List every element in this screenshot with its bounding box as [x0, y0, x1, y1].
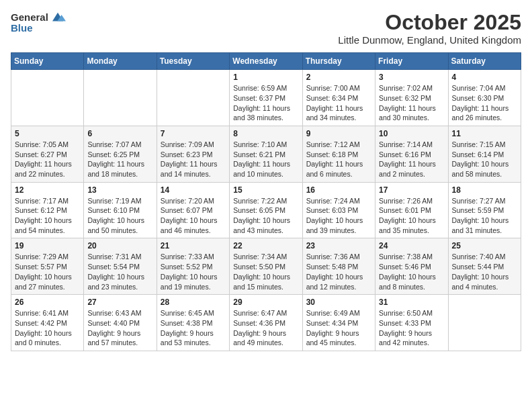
weekday-header-tuesday: Tuesday	[157, 53, 229, 70]
day-cell	[157, 70, 229, 126]
day-cell: 6Sunrise: 7:07 AM Sunset: 6:25 PM Daylig…	[84, 126, 157, 182]
day-number: 16	[306, 185, 371, 195]
day-cell: 22Sunrise: 7:34 AM Sunset: 5:50 PM Dayli…	[230, 238, 302, 295]
day-number: 13	[87, 185, 152, 195]
day-number: 27	[87, 298, 152, 307]
day-number: 7	[161, 129, 226, 138]
day-info: Sunrise: 7:26 AM Sunset: 6:01 PM Dayligh…	[379, 196, 444, 236]
day-cell: 5Sunrise: 7:05 AM Sunset: 6:27 PM Daylig…	[11, 126, 84, 182]
logo-general: General	[11, 12, 48, 24]
day-cell: 11Sunrise: 7:15 AM Sunset: 6:14 PM Dayli…	[448, 126, 521, 182]
day-cell: 9Sunrise: 7:12 AM Sunset: 6:18 PM Daylig…	[302, 126, 375, 182]
day-cell: 26Sunrise: 6:41 AM Sunset: 4:42 PM Dayli…	[11, 295, 84, 351]
day-number: 29	[233, 298, 298, 307]
logo: General Blue	[11, 11, 66, 34]
day-number: 23	[306, 241, 371, 250]
day-number: 11	[452, 129, 517, 138]
day-number: 30	[306, 298, 371, 307]
day-info: Sunrise: 7:07 AM Sunset: 6:25 PM Dayligh…	[87, 140, 152, 179]
day-cell: 2Sunrise: 7:00 AM Sunset: 6:34 PM Daylig…	[302, 70, 375, 126]
day-number: 9	[306, 129, 371, 138]
title-area: October 2025 Little Dunmow, England, Uni…	[338, 11, 521, 46]
day-info: Sunrise: 7:27 AM Sunset: 5:59 PM Dayligh…	[452, 196, 517, 236]
day-number: 12	[15, 185, 80, 195]
weekday-header-friday: Friday	[375, 53, 448, 70]
day-cell: 21Sunrise: 7:33 AM Sunset: 5:52 PM Dayli…	[157, 238, 229, 295]
day-cell: 16Sunrise: 7:24 AM Sunset: 6:03 PM Dayli…	[302, 182, 375, 238]
day-cell: 14Sunrise: 7:20 AM Sunset: 6:07 PM Dayli…	[157, 182, 229, 238]
day-info: Sunrise: 7:24 AM Sunset: 6:03 PM Dayligh…	[306, 196, 371, 236]
day-info: Sunrise: 7:29 AM Sunset: 5:57 PM Dayligh…	[15, 252, 80, 291]
weekday-header-monday: Monday	[84, 53, 157, 70]
logo-blue: Blue	[11, 23, 33, 34]
day-number: 8	[233, 129, 298, 138]
day-number: 5	[15, 129, 80, 138]
day-info: Sunrise: 7:36 AM Sunset: 5:48 PM Dayligh…	[306, 252, 371, 291]
day-number: 19	[15, 241, 80, 250]
day-info: Sunrise: 7:20 AM Sunset: 6:07 PM Dayligh…	[161, 196, 226, 236]
day-info: Sunrise: 7:10 AM Sunset: 6:21 PM Dayligh…	[233, 140, 298, 179]
day-cell: 24Sunrise: 7:38 AM Sunset: 5:46 PM Dayli…	[375, 238, 448, 295]
day-info: Sunrise: 7:19 AM Sunset: 6:10 PM Dayligh…	[87, 196, 152, 236]
day-number: 6	[87, 129, 152, 138]
day-info: Sunrise: 6:49 AM Sunset: 4:34 PM Dayligh…	[306, 308, 371, 348]
day-info: Sunrise: 7:40 AM Sunset: 5:44 PM Dayligh…	[452, 252, 517, 291]
day-cell: 4Sunrise: 7:04 AM Sunset: 6:30 PM Daylig…	[448, 70, 521, 126]
week-row-2: 5Sunrise: 7:05 AM Sunset: 6:27 PM Daylig…	[11, 126, 521, 182]
day-cell: 12Sunrise: 7:17 AM Sunset: 6:12 PM Dayli…	[11, 182, 84, 238]
day-info: Sunrise: 7:31 AM Sunset: 5:54 PM Dayligh…	[87, 252, 152, 291]
day-cell: 13Sunrise: 7:19 AM Sunset: 6:10 PM Dayli…	[84, 182, 157, 238]
day-info: Sunrise: 7:09 AM Sunset: 6:23 PM Dayligh…	[161, 140, 226, 179]
calendar-table: SundayMondayTuesdayWednesdayThursdayFrid…	[11, 52, 521, 351]
day-cell: 18Sunrise: 7:27 AM Sunset: 5:59 PM Dayli…	[448, 182, 521, 238]
day-info: Sunrise: 7:12 AM Sunset: 6:18 PM Dayligh…	[306, 140, 371, 179]
location-title: Little Dunmow, England, United Kingdom	[338, 34, 521, 46]
day-cell: 7Sunrise: 7:09 AM Sunset: 6:23 PM Daylig…	[157, 126, 229, 182]
weekday-header-sunday: Sunday	[11, 53, 84, 70]
weekday-header-thursday: Thursday	[302, 53, 375, 70]
day-info: Sunrise: 6:59 AM Sunset: 6:37 PM Dayligh…	[233, 83, 298, 123]
day-info: Sunrise: 6:50 AM Sunset: 4:33 PM Dayligh…	[379, 308, 444, 348]
day-number: 2	[306, 73, 371, 82]
day-info: Sunrise: 7:14 AM Sunset: 6:16 PM Dayligh…	[379, 140, 444, 179]
logo-icon	[50, 11, 66, 24]
day-number: 15	[233, 185, 298, 195]
day-number: 18	[452, 185, 517, 195]
week-row-3: 12Sunrise: 7:17 AM Sunset: 6:12 PM Dayli…	[11, 182, 521, 238]
month-title: October 2025	[338, 11, 521, 34]
day-cell: 17Sunrise: 7:26 AM Sunset: 6:01 PM Dayli…	[375, 182, 448, 238]
day-cell: 3Sunrise: 7:02 AM Sunset: 6:32 PM Daylig…	[375, 70, 448, 126]
day-cell: 27Sunrise: 6:43 AM Sunset: 4:40 PM Dayli…	[84, 295, 157, 351]
day-cell: 31Sunrise: 6:50 AM Sunset: 4:33 PM Dayli…	[375, 295, 448, 351]
day-cell: 29Sunrise: 6:47 AM Sunset: 4:36 PM Dayli…	[230, 295, 302, 351]
weekday-header-row: SundayMondayTuesdayWednesdayThursdayFrid…	[11, 53, 521, 70]
day-number: 20	[87, 241, 152, 250]
day-info: Sunrise: 7:34 AM Sunset: 5:50 PM Dayligh…	[233, 252, 298, 291]
day-number: 31	[379, 298, 444, 307]
day-number: 4	[452, 73, 517, 82]
day-cell: 8Sunrise: 7:10 AM Sunset: 6:21 PM Daylig…	[230, 126, 302, 182]
day-number: 22	[233, 241, 298, 250]
day-cell: 15Sunrise: 7:22 AM Sunset: 6:05 PM Dayli…	[230, 182, 302, 238]
header: General Blue October 2025 Little Dunmow,…	[11, 11, 521, 46]
day-info: Sunrise: 7:04 AM Sunset: 6:30 PM Dayligh…	[452, 83, 517, 123]
day-number: 26	[15, 298, 80, 307]
day-info: Sunrise: 6:47 AM Sunset: 4:36 PM Dayligh…	[233, 308, 298, 348]
day-info: Sunrise: 7:17 AM Sunset: 6:12 PM Dayligh…	[15, 196, 80, 236]
day-cell	[84, 70, 157, 126]
day-info: Sunrise: 7:05 AM Sunset: 6:27 PM Dayligh…	[15, 140, 80, 179]
day-info: Sunrise: 7:33 AM Sunset: 5:52 PM Dayligh…	[161, 252, 226, 291]
day-info: Sunrise: 7:15 AM Sunset: 6:14 PM Dayligh…	[452, 140, 517, 179]
day-number: 3	[379, 73, 444, 82]
day-cell	[448, 295, 521, 351]
day-number: 17	[379, 185, 444, 195]
day-cell: 28Sunrise: 6:45 AM Sunset: 4:38 PM Dayli…	[157, 295, 229, 351]
week-row-1: 1Sunrise: 6:59 AM Sunset: 6:37 PM Daylig…	[11, 70, 521, 126]
day-number: 24	[379, 241, 444, 250]
day-cell: 10Sunrise: 7:14 AM Sunset: 6:16 PM Dayli…	[375, 126, 448, 182]
day-number: 14	[161, 185, 226, 195]
week-row-4: 19Sunrise: 7:29 AM Sunset: 5:57 PM Dayli…	[11, 238, 521, 295]
week-row-5: 26Sunrise: 6:41 AM Sunset: 4:42 PM Dayli…	[11, 295, 521, 351]
day-info: Sunrise: 6:45 AM Sunset: 4:38 PM Dayligh…	[161, 308, 226, 348]
day-cell: 1Sunrise: 6:59 AM Sunset: 6:37 PM Daylig…	[230, 70, 302, 126]
